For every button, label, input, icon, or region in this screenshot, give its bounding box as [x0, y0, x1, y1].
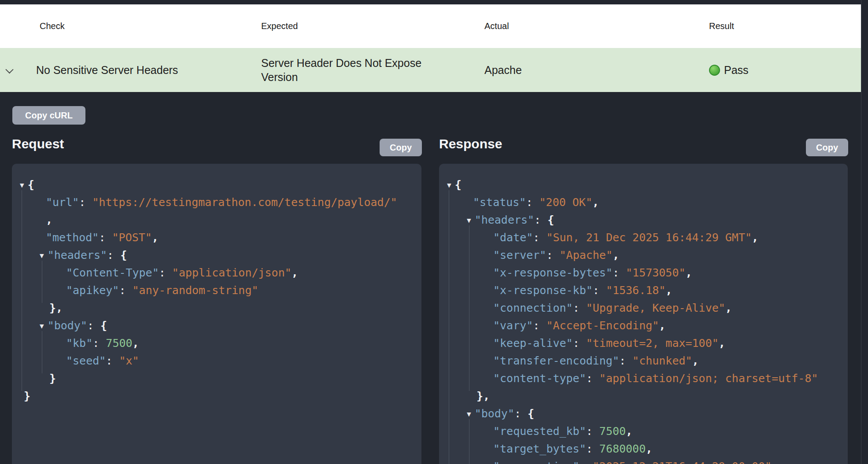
- json-token-punc: ,: [646, 442, 652, 455]
- json-line: "seed": "x": [66, 352, 139, 370]
- json-token-colon: :: [580, 460, 593, 464]
- json-token-colon: :: [87, 319, 100, 332]
- json-token-colon: :: [586, 442, 599, 455]
- json-token-punc: ,: [692, 354, 699, 367]
- json-token-str: "application/json": [172, 266, 292, 279]
- json-line: ▼"body": {: [467, 405, 534, 423]
- json-token-str: "chunked": [632, 354, 692, 367]
- json-token-colon: :: [79, 196, 92, 209]
- copy-request-button[interactable]: Copy: [380, 139, 422, 156]
- json-token-colon: :: [107, 249, 120, 261]
- collapse-triangle-icon[interactable]: ▼: [20, 181, 24, 189]
- json-token-key: "kb": [66, 337, 92, 350]
- collapse-triangle-icon[interactable]: ▼: [467, 410, 471, 418]
- response-json-viewer[interactable]: ▼{"status": "200 OK",▼"headers": {"date"…: [439, 164, 848, 464]
- json-line: "content-type": "application/json; chars…: [493, 370, 818, 387]
- json-token-key: "vary": [493, 319, 533, 332]
- request-json-viewer[interactable]: ▼{"url": "https://testingmarathon.com/te…: [12, 164, 421, 464]
- json-line: "keep-alive": "timeout=2, max=100",: [493, 335, 725, 352]
- json-token-punc: ,: [659, 319, 665, 332]
- json-line: "date": "Sun, 21 Dec 2025 16:44:29 GMT",: [493, 229, 758, 247]
- json-token-key: "x-response-bytes": [493, 266, 613, 279]
- json-token-colon: :: [534, 214, 547, 226]
- json-token-str: "Upgrade, Keep-Alive": [586, 302, 725, 314]
- json-token-key: "x-response-kb": [493, 284, 593, 297]
- copy-response-button[interactable]: Copy: [806, 139, 848, 156]
- json-token-colon: :: [613, 266, 626, 279]
- json-token-colon: :: [106, 354, 119, 367]
- tree-indent-guide: [42, 261, 42, 303]
- json-token-punc: ,: [133, 337, 139, 350]
- json-line: "x-response-bytes": "1573050",: [493, 264, 692, 282]
- collapse-triangle-icon[interactable]: ▼: [467, 216, 471, 225]
- json-token-punc: ,: [152, 231, 159, 244]
- json-token-str: "any-random-string": [133, 284, 259, 297]
- json-line: },: [49, 299, 63, 317]
- json-token-key: "body": [475, 407, 514, 420]
- json-token-punc: {: [120, 249, 127, 261]
- request-panel-title: Request: [12, 136, 64, 151]
- collapse-triangle-icon[interactable]: ▼: [447, 181, 451, 189]
- json-token-colon: :: [573, 337, 586, 350]
- json-token-colon: :: [533, 231, 546, 244]
- json-line: "vary": "Accept-Encoding",: [493, 317, 665, 335]
- json-token-key: "method": [46, 231, 99, 244]
- pass-status-icon: [709, 65, 720, 76]
- json-line: "target_bytes": 7680000,: [493, 440, 652, 458]
- json-token-punc: {: [455, 178, 462, 191]
- column-header-actual: Actual: [484, 4, 509, 48]
- json-token-str: "x": [119, 354, 139, 367]
- json-token-str: "POST": [112, 231, 152, 244]
- json-token-punc: {: [528, 407, 534, 420]
- json-token-punc: {: [100, 319, 107, 332]
- json-token-colon: :: [119, 284, 132, 297]
- json-token-key: "transfer-encoding": [493, 354, 619, 367]
- json-token-str: "timeout=2, max=100": [586, 337, 719, 350]
- chevron-down-icon[interactable]: [7, 67, 12, 73]
- json-token-str: "2025-12-21T16:44:29+00:00": [593, 460, 772, 464]
- json-line: ▼"body": {: [40, 317, 107, 335]
- json-token-num: 7680000: [599, 442, 646, 455]
- json-token-punc: },: [49, 302, 63, 314]
- json-token-punc: ,: [752, 231, 758, 244]
- json-token-colon: :: [546, 249, 559, 261]
- json-line: "x-response-kb": "1536.18",: [493, 282, 672, 299]
- json-token-colon: :: [99, 231, 112, 244]
- json-token-num: 7500: [599, 425, 626, 438]
- json-line: "server": "Apache",: [493, 247, 619, 264]
- json-line: "apikey": "any-random-string": [66, 282, 259, 299]
- cell-actual: Apache: [484, 48, 669, 92]
- json-token-key: "target_bytes": [493, 442, 586, 455]
- json-line: ▼{: [20, 176, 34, 194]
- json-token-colon: :: [586, 372, 599, 385]
- tree-indent-guide: [449, 190, 449, 464]
- json-token-key: "headers": [48, 249, 107, 261]
- json-token-colon: :: [92, 337, 106, 350]
- tree-indent-guide: [469, 419, 469, 464]
- cell-expected: Server Header Does Not Expose Version: [261, 48, 446, 92]
- json-token-colon: :: [159, 266, 172, 279]
- json-token-colon: :: [586, 425, 599, 438]
- copy-curl-button[interactable]: Copy cURL: [12, 106, 85, 125]
- json-token-punc: ,: [665, 284, 672, 297]
- json-token-punc: },: [476, 390, 490, 402]
- json-line: ▼"headers": {: [467, 211, 554, 229]
- json-token-punc: ,: [613, 249, 619, 261]
- response-panel-title: Response: [439, 136, 502, 151]
- vertical-scrollbar[interactable]: [861, 0, 868, 464]
- json-token-str: "Apache": [560, 249, 613, 261]
- json-line: "Content-Type": "application/json",: [66, 264, 298, 282]
- json-token-str: "1536.18": [606, 284, 665, 297]
- json-token-key: "server_time": [493, 460, 580, 464]
- collapse-triangle-icon[interactable]: ▼: [40, 251, 44, 260]
- collapse-triangle-icon[interactable]: ▼: [40, 322, 44, 330]
- json-token-punc: ,: [626, 425, 632, 438]
- json-token-punc: {: [547, 214, 554, 226]
- json-token-punc: ,: [292, 266, 298, 279]
- json-token-key: "apikey": [66, 284, 119, 297]
- json-token-colon: :: [514, 407, 528, 420]
- json-token-punc: ,: [592, 196, 599, 209]
- column-header-expected: Expected: [261, 4, 298, 48]
- tree-indent-guide: [22, 190, 22, 391]
- table-row[interactable]: No Sensitive Server Headers Server Heade…: [0, 48, 861, 92]
